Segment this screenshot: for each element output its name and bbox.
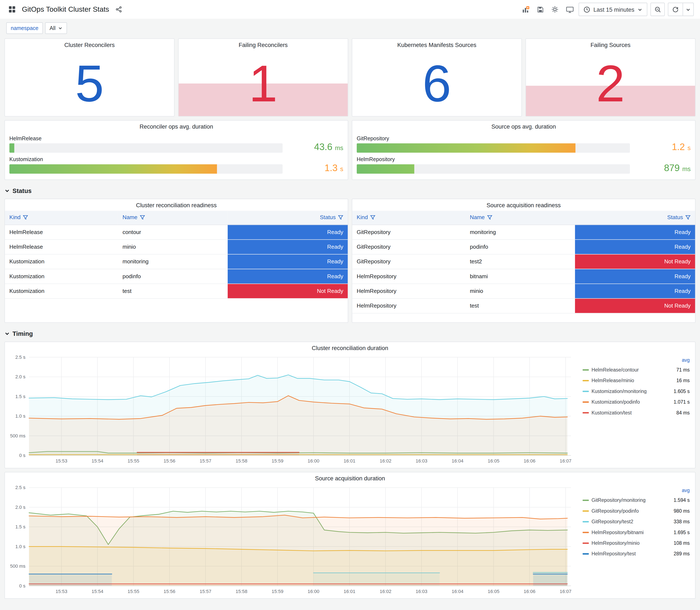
legend-item[interactable]: GitRepository/podinfo980 ms bbox=[583, 505, 690, 516]
svg-text:15:59: 15:59 bbox=[272, 589, 283, 594]
series-color-dash bbox=[583, 542, 589, 544]
section-row-status[interactable]: Status bbox=[4, 183, 696, 198]
save-dashboard-icon[interactable] bbox=[535, 4, 546, 15]
section-row-timing[interactable]: Timing bbox=[4, 326, 696, 341]
table-row: HelmReleasecontourReady bbox=[5, 225, 348, 239]
svg-text:16:02: 16:02 bbox=[380, 458, 391, 464]
cell-name: test bbox=[118, 284, 228, 298]
svg-text:15:55: 15:55 bbox=[128, 589, 139, 594]
share-icon[interactable] bbox=[113, 4, 125, 15]
bar-gauge-value: 1.2 s bbox=[637, 142, 691, 153]
column-header-kind[interactable]: Kind bbox=[352, 211, 466, 225]
time-range-picker[interactable]: Last 15 minutes bbox=[579, 3, 647, 16]
chart-legend: avgGitRepository/monitoring1.594 sGitRep… bbox=[580, 484, 693, 596]
legend-series-avg: 1.071 s bbox=[674, 399, 690, 404]
bar-gauge-label: Kustomization bbox=[9, 156, 283, 162]
add-panel-icon[interactable] bbox=[520, 4, 532, 15]
svg-text:15:54: 15:54 bbox=[92, 458, 103, 464]
bar-gauge-track bbox=[357, 164, 630, 174]
panel-title[interactable]: Cluster Reconcilers bbox=[5, 39, 174, 51]
legend-series-name[interactable]: HelmRepository/minio bbox=[592, 540, 671, 546]
legend-avg-header[interactable]: avg bbox=[583, 355, 690, 364]
legend-series-name[interactable]: GitRepository/podinfo bbox=[592, 508, 671, 514]
panel-title[interactable]: Failing Reconcilers bbox=[179, 39, 348, 51]
legend-series-name[interactable]: HelmRepository/test bbox=[592, 551, 671, 556]
panel-title[interactable]: Failing Sources bbox=[526, 39, 695, 51]
cell-name: minio bbox=[118, 239, 228, 254]
variables-bar: namespace All bbox=[0, 19, 700, 38]
panel-title[interactable]: Reconciler ops avg. duration bbox=[5, 121, 348, 132]
legend-series-avg: 16 ms bbox=[677, 378, 690, 383]
legend-series-avg: 71 ms bbox=[677, 367, 690, 372]
legend-series-name[interactable]: Kustomization/monitoring bbox=[592, 388, 671, 394]
cycle-view-icon[interactable] bbox=[564, 4, 576, 15]
bar-gauge-label: HelmRepository bbox=[357, 156, 630, 162]
legend-avg-header[interactable]: avg bbox=[583, 486, 690, 495]
legend-series-name[interactable]: HelmRelease/minio bbox=[592, 378, 674, 383]
legend-series-name[interactable]: GitRepository/test2 bbox=[592, 519, 671, 524]
legend-item[interactable]: GitRepository/test2338 ms bbox=[583, 516, 690, 527]
legend-item[interactable]: GitRepository/monitoring1.594 s bbox=[583, 495, 690, 505]
legend-series-name[interactable]: Kustomization/podinfo bbox=[592, 399, 671, 404]
cell-kind: GitRepository bbox=[352, 254, 466, 269]
legend-series-avg: 338 ms bbox=[674, 519, 690, 524]
time-series-chart[interactable]: 0 s500 ms1.0 s1.5 s2.0 s2.5 s15:5315:541… bbox=[6, 354, 580, 466]
time-range-label: Last 15 minutes bbox=[593, 6, 634, 13]
panel-title[interactable]: Source acquisition readiness bbox=[352, 199, 695, 211]
time-series-plot[interactable]: 0 s500 ms1.0 s1.5 s2.0 s2.5 s15:5315:541… bbox=[6, 354, 575, 465]
stat-panel-kubernetes-manifests-sources: Kubernetes Manifests Sources 6 bbox=[352, 38, 522, 117]
svg-text:15:57: 15:57 bbox=[199, 589, 211, 594]
cell-status: Not Ready bbox=[575, 298, 695, 313]
bar-gauge-row: Kustomization 1.3 s bbox=[9, 156, 343, 174]
panel-title[interactable]: Cluster reconciliation duration bbox=[5, 342, 695, 354]
legend-series-avg: 1.605 s bbox=[674, 388, 690, 394]
legend-item[interactable]: Kustomization/podinfo1.071 s bbox=[583, 396, 690, 407]
time-series-plot[interactable]: 0 s500 ms1.0 s1.5 s2.0 s2.5 s15:5315:541… bbox=[6, 484, 575, 596]
panel-title[interactable]: Source acquisition duration bbox=[5, 472, 695, 484]
svg-text:2.5 s: 2.5 s bbox=[15, 354, 26, 360]
time-series-chart[interactable]: 0 s500 ms1.0 s1.5 s2.0 s2.5 s15:5315:541… bbox=[6, 484, 580, 596]
bar-gauge-row: GitRepository 1.2 s bbox=[357, 135, 691, 153]
tables-row: Cluster reconciliation readiness Kind Na… bbox=[4, 199, 696, 323]
cell-name: podinfo bbox=[118, 269, 228, 284]
legend-item[interactable]: Kustomization/monitoring1.605 s bbox=[583, 386, 690, 396]
legend-item[interactable]: Kustomization/test84 ms bbox=[583, 407, 690, 418]
legend-item[interactable]: HelmRelease/contour71 ms bbox=[583, 364, 690, 375]
svg-text:16:05: 16:05 bbox=[488, 458, 500, 464]
legend-series-name[interactable]: Kustomization/test bbox=[592, 410, 674, 415]
zoom-out-button[interactable] bbox=[650, 3, 665, 16]
svg-text:15:53: 15:53 bbox=[55, 458, 67, 464]
table-row: GitRepositorypodinfoReady bbox=[352, 239, 695, 254]
stat-panel-failing-reconcilers: Failing Reconcilers 1 bbox=[178, 38, 348, 117]
svg-text:16:07: 16:07 bbox=[560, 589, 571, 594]
cell-status: Ready bbox=[575, 269, 695, 284]
cell-name: minio bbox=[466, 284, 575, 298]
refresh-button[interactable] bbox=[668, 3, 683, 16]
table-row: HelmRepositorytestNot Ready bbox=[352, 298, 695, 313]
apps-icon[interactable] bbox=[6, 4, 18, 15]
cell-kind: HelmRepository bbox=[352, 269, 466, 284]
table-row: GitRepositorymonitoringReady bbox=[352, 225, 695, 239]
column-header-kind[interactable]: Kind bbox=[5, 211, 118, 225]
column-header-status[interactable]: Status bbox=[575, 211, 695, 225]
variable-value-dropdown[interactable]: All bbox=[45, 22, 67, 34]
dashboard-settings-icon[interactable] bbox=[549, 4, 561, 15]
bar-gauge-value: 879 ms bbox=[637, 163, 691, 174]
legend-item[interactable]: HelmRepository/test289 ms bbox=[583, 548, 690, 559]
panel-title[interactable]: Source ops avg. duration bbox=[352, 121, 695, 132]
panel-source-acquisition-duration: Source acquisition duration 0 s500 ms1.0… bbox=[4, 472, 696, 599]
legend-series-name[interactable]: HelmRepository/bitnami bbox=[592, 530, 671, 535]
column-header-status[interactable]: Status bbox=[228, 211, 348, 225]
panel-title[interactable]: Cluster reconciliation readiness bbox=[5, 199, 348, 211]
column-header-name[interactable]: Name bbox=[118, 211, 228, 225]
panel-title[interactable]: Kubernetes Manifests Sources bbox=[352, 39, 521, 51]
stat-value: 2 bbox=[596, 58, 625, 109]
column-header-name[interactable]: Name bbox=[466, 211, 575, 225]
legend-item[interactable]: HelmRelease/minio16 ms bbox=[583, 375, 690, 386]
legend-item[interactable]: HelmRepository/minio108 ms bbox=[583, 537, 690, 548]
legend-series-name[interactable]: HelmRelease/contour bbox=[592, 367, 674, 372]
legend-series-name[interactable]: GitRepository/monitoring bbox=[592, 497, 671, 503]
legend-item[interactable]: HelmRepository/bitnami1.695 s bbox=[583, 527, 690, 537]
refresh-interval-dropdown[interactable] bbox=[683, 3, 693, 16]
series-color-dash bbox=[583, 510, 589, 511]
